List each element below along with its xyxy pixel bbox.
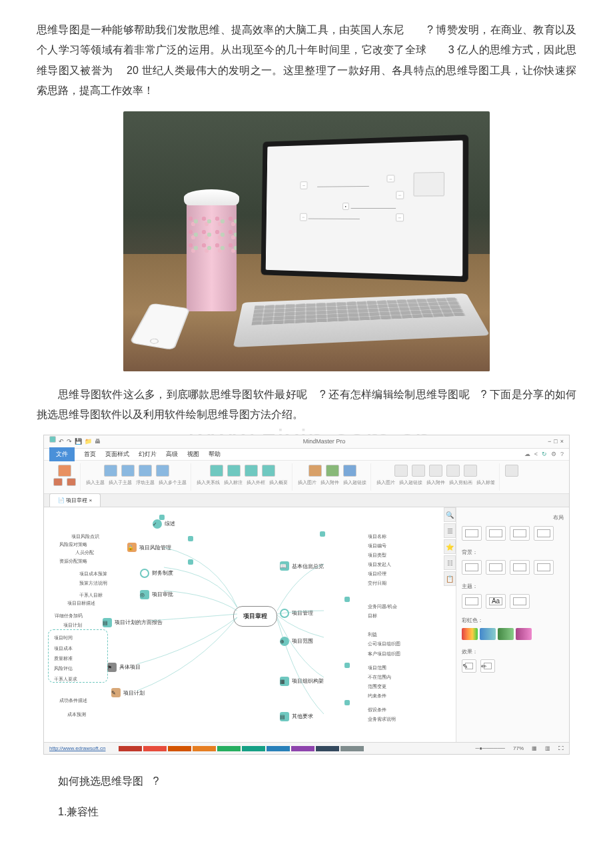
float-topic-icon[interactable]	[139, 465, 152, 477]
undo-icon[interactable]: ↶	[59, 436, 64, 447]
cut-icon[interactable]	[53, 478, 63, 486]
more-icon[interactable]	[505, 465, 518, 477]
mm-sub-r13[interactable]: 不在范围内	[365, 672, 394, 682]
mm-sub-l9[interactable]: 详细任务加码	[52, 611, 85, 621]
mm-branch-r2[interactable]: 项目管理	[275, 606, 318, 620]
mindmap-canvas[interactable]: 项目章程 ✓ 综述 🔒 项目风险管理 财务制度 ◎ 项目审批 ▤ 项目计划的方面…	[44, 507, 456, 742]
mm-sub-r8[interactable]: 目标	[365, 611, 380, 621]
mm-sub-r11[interactable]: 客户项目组织图	[365, 649, 403, 659]
menu-advanced[interactable]: 高级	[166, 449, 178, 460]
mm-branch-l3[interactable]: ◎ 项目审批	[135, 587, 179, 601]
mm-sub-b4[interactable]: 风险评估	[51, 663, 105, 673]
print-icon[interactable]: 🖶	[95, 436, 101, 447]
mm-sub-r14[interactable]: 范围变更	[365, 681, 389, 691]
status-link[interactable]: http://www.edrawsoft.cn	[49, 743, 105, 753]
tab-close-icon[interactable]: ×	[89, 497, 92, 503]
redo-icon[interactable]: ↷	[67, 436, 72, 447]
mm-branch-r1[interactable]: 📖 基本信息总览	[275, 559, 329, 573]
menu-home[interactable]: 首页	[84, 449, 96, 460]
insert-subtopic-icon[interactable]	[121, 465, 135, 477]
mm-sub-l15[interactable]: 成功条件描述	[57, 695, 90, 705]
callout-icon[interactable]	[227, 465, 241, 477]
side-tab-style[interactable]: ⭐	[444, 539, 456, 554]
layout-thumb-3[interactable]	[510, 526, 530, 541]
menu-pagestyle[interactable]: 页面样式	[105, 449, 129, 460]
boundary-icon[interactable]	[245, 465, 258, 477]
mm-branch-l5[interactable]: ⚑ 具体项目	[102, 660, 146, 674]
color-3[interactable]	[168, 746, 191, 751]
mm-central-node[interactable]: 项目章程	[233, 606, 277, 627]
side-tab-theme[interactable]: ☷	[444, 555, 456, 570]
close-icon[interactable]: ×	[560, 436, 564, 447]
theme-font[interactable]: Aa	[486, 594, 506, 609]
mm-sub-r16[interactable]: 假设条件	[365, 705, 389, 715]
rainbow-1[interactable]	[462, 628, 478, 640]
mm-sub-r12[interactable]: 项目范围	[365, 663, 389, 673]
maximize-icon[interactable]: □	[554, 436, 557, 447]
help-icon[interactable]: ?	[560, 449, 564, 460]
paste-icon[interactable]	[58, 465, 71, 477]
document-tab[interactable]: 📄 项目章程 ×	[49, 493, 101, 507]
menu-slideshow[interactable]: 幻灯片	[139, 449, 157, 460]
mm-branch-l6[interactable]: ✎ 项目计划	[106, 686, 150, 700]
mm-sub-b2[interactable]: 项目成本	[51, 643, 105, 653]
mm-sub-r3[interactable]: 项目类型	[365, 550, 389, 560]
color-7[interactable]	[267, 746, 290, 751]
mm-sub-r7[interactable]: 业务问题/机会	[365, 601, 400, 611]
view-mode-1[interactable]: ▦	[532, 743, 537, 753]
menu-help[interactable]: 帮助	[209, 449, 221, 460]
mm-sub-l10[interactable]: 项目计划	[61, 620, 85, 630]
mm-branch-r4[interactable]: ▦ 项目组织构架	[275, 674, 329, 688]
layout-thumb-4[interactable]	[534, 526, 554, 541]
insert-topic-icon[interactable]	[104, 465, 117, 477]
color-9[interactable]	[316, 746, 339, 751]
mm-branch-l4[interactable]: ▤ 项目计划的方面报告	[97, 615, 168, 629]
rainbow-3[interactable]	[498, 628, 514, 640]
mm-sub-l6[interactable]: 预算方法说明	[77, 578, 110, 588]
layout-thumb-1[interactable]	[462, 526, 482, 541]
mm-sub-r15[interactable]: 约束条件	[365, 691, 389, 701]
mm-sub-b5[interactable]: 干系人要求	[51, 674, 105, 684]
view-mode-2[interactable]: ▥	[545, 743, 550, 753]
bg-thumb-3[interactable]	[510, 560, 530, 575]
color-4[interactable]	[193, 746, 216, 751]
bg-thumb-1[interactable]	[462, 560, 482, 575]
mm-branch-l1[interactable]: 🔒 项目风险管理	[122, 541, 177, 555]
mm-sub-b1[interactable]: 项目时间	[51, 633, 105, 643]
theme-thumb-1[interactable]	[462, 594, 482, 609]
relation-line-icon[interactable]	[210, 465, 223, 477]
color-2[interactable]	[143, 746, 167, 751]
mm-sub-r9[interactable]: 利益	[365, 629, 380, 639]
share-icon[interactable]: <	[534, 449, 538, 460]
mm-branch-r5[interactable]: ▤ 其他要求	[275, 709, 318, 723]
summary-icon[interactable]	[262, 465, 275, 477]
color-1[interactable]	[119, 746, 142, 751]
color-5[interactable]	[217, 746, 241, 751]
attach-icon-5[interactable]	[464, 465, 477, 477]
save-icon[interactable]: 💾	[75, 436, 82, 447]
effect-1[interactable]: ✎	[462, 659, 476, 673]
mm-sub-r6[interactable]: 交付日期	[365, 578, 389, 588]
attach-icon-4[interactable]	[446, 465, 460, 477]
sync-icon[interactable]: ↻	[542, 449, 547, 460]
insert-tag-icon[interactable]	[308, 465, 322, 477]
bg-thumb-2[interactable]	[486, 560, 506, 575]
effect-2[interactable]: ✏	[480, 659, 495, 673]
insert-clipart-icon[interactable]	[326, 465, 339, 477]
rainbow-2[interactable]	[480, 628, 496, 640]
folder-icon[interactable]: 📁	[85, 436, 92, 447]
attach-icon-2[interactable]	[412, 465, 425, 477]
minimize-icon[interactable]: −	[548, 436, 551, 447]
color-6[interactable]	[242, 746, 265, 751]
mm-sub-l5[interactable]: 项目成本预算	[77, 569, 110, 579]
attach-icon-1[interactable]	[394, 465, 408, 477]
mm-sub-r10[interactable]: 公司项目组织图	[365, 639, 403, 649]
rainbow-4[interactable]	[516, 628, 532, 640]
mm-sub-r5[interactable]: 项目经理	[365, 569, 389, 579]
fullscreen-icon[interactable]: ⛶	[558, 743, 564, 753]
bg-thumb-4[interactable]	[534, 560, 554, 575]
layout-thumb-2[interactable]	[486, 526, 506, 541]
insert-image-icon[interactable]	[343, 465, 356, 477]
side-tab-search[interactable]: 🔍	[444, 507, 456, 522]
color-8[interactable]	[291, 746, 314, 751]
